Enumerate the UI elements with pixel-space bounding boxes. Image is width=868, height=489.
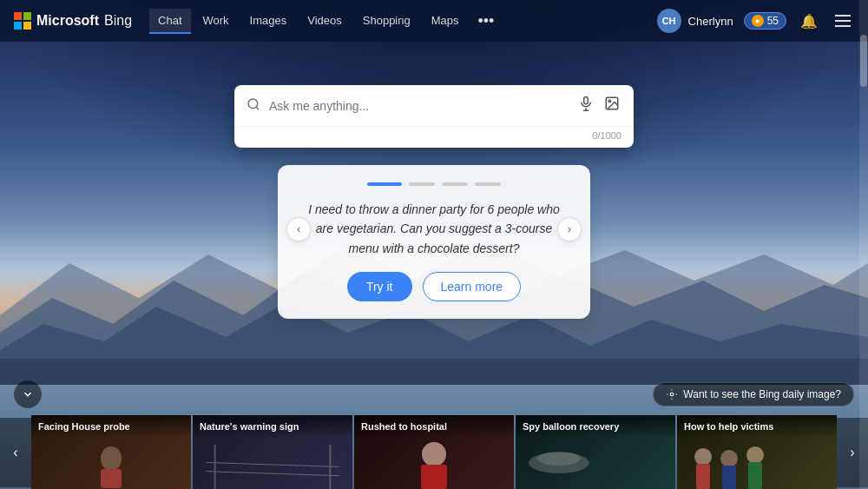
prompt-text: I need to throw a dinner party for 6 peo… (307, 200, 561, 258)
navbar: Microsoft Bing Chat Work Images Videos S… (0, 0, 868, 42)
news-card-title-1: Nature's warning sign (193, 415, 352, 438)
svg-rect-27 (748, 462, 762, 489)
nav-images[interactable]: Images (241, 9, 296, 34)
news-card-4[interactable]: How to help victims (677, 415, 837, 489)
svg-rect-23 (696, 464, 710, 489)
nav-maps[interactable]: Maps (423, 9, 468, 34)
prompt-prev-button[interactable]: ‹ (286, 217, 311, 241)
prompt-dots (299, 182, 569, 186)
news-card-title-0: Facing House probe (31, 415, 191, 438)
dot-1[interactable] (367, 182, 402, 186)
learn-more-button[interactable]: Learn more (423, 272, 522, 301)
news-prev-button[interactable]: ‹ (0, 418, 31, 487)
mic-button[interactable] (576, 94, 595, 117)
microsoft-text: Microsoft (36, 13, 99, 29)
svg-point-26 (746, 446, 764, 464)
nav-shopping[interactable]: Shopping (354, 9, 419, 34)
svg-line-15 (207, 472, 339, 476)
nav-links: Chat Work Images Videos Shopping Maps ••… (149, 9, 657, 34)
svg-line-5 (256, 107, 259, 109)
svg-line-14 (207, 462, 339, 466)
svg-rect-19 (421, 465, 447, 489)
svg-point-12 (101, 446, 122, 471)
svg-point-21 (537, 452, 581, 466)
user-info: CH Cherlynn (657, 9, 733, 33)
avatar[interactable]: CH (657, 9, 681, 33)
search-container: 0/1000 (234, 85, 634, 148)
reward-icon: ★ (752, 15, 764, 27)
nav-right: CH Cherlynn ★ 55 🔔 (657, 9, 854, 33)
dot-2[interactable] (409, 182, 435, 186)
news-card-3[interactable]: Spy balloon recovery (516, 415, 675, 489)
svg-point-24 (720, 450, 738, 467)
scroll-down-button[interactable] (14, 380, 42, 408)
nav-work[interactable]: Work (194, 9, 238, 34)
prompt-card-inner: ‹ I need to throw a dinner party for 6 p… (299, 200, 569, 258)
nav-more[interactable]: ••• (471, 9, 502, 34)
news-card-0[interactable]: Facing House probe (31, 415, 191, 489)
search-char-count: 0/1000 (234, 126, 634, 148)
prompt-buttons: Try it Learn more (299, 272, 569, 301)
prompt-next-button[interactable]: › (557, 217, 582, 241)
svg-point-10 (608, 100, 610, 102)
logo[interactable]: Microsoft Bing (14, 12, 132, 30)
search-top (234, 85, 634, 126)
svg-point-4 (248, 99, 258, 109)
reward-count: 55 (767, 15, 779, 27)
image-search-button[interactable] (602, 94, 621, 117)
bing-text: Bing (104, 13, 132, 29)
search-input[interactable] (269, 99, 568, 113)
dot-3[interactable] (442, 182, 468, 186)
svg-rect-25 (722, 466, 736, 489)
bottom-bar: Want to see the Bing daily image? (0, 373, 868, 415)
news-strip: ‹ Facing House probe Nature's warning si… (0, 415, 868, 489)
scrollbar[interactable] (859, 0, 868, 489)
svg-rect-13 (101, 469, 122, 488)
search-actions (576, 94, 621, 117)
hamburger-menu[interactable] (832, 11, 854, 30)
news-card-2[interactable]: Rushed to hospital (354, 415, 514, 489)
main-content: 0/1000 ‹ I need to throw a dinner party … (0, 42, 868, 319)
scrollbar-thumb[interactable] (860, 35, 867, 87)
news-cards: Facing House probe Nature's warning sign (31, 415, 837, 489)
news-card-1[interactable]: Nature's warning sign (193, 415, 352, 489)
reward-badge[interactable]: ★ 55 (744, 12, 786, 30)
user-name: Cherlynn (688, 15, 733, 28)
search-icon (247, 97, 260, 115)
nav-videos[interactable]: Videos (299, 9, 351, 34)
nav-chat[interactable]: Chat (149, 9, 190, 34)
notification-bell-icon[interactable]: 🔔 (797, 10, 821, 33)
daily-image-button[interactable]: Want to see the Bing daily image? (653, 382, 854, 406)
svg-rect-6 (584, 97, 589, 104)
prompt-card: ‹ I need to throw a dinner party for 6 p… (278, 165, 590, 319)
svg-point-22 (694, 448, 712, 466)
news-card-title-4: How to help victims (677, 415, 837, 438)
microsoft-logo-grid (14, 12, 31, 30)
dot-4[interactable] (475, 182, 501, 186)
svg-point-18 (422, 442, 446, 466)
bottom-section: Want to see the Bing daily image? ‹ Faci… (0, 373, 868, 489)
news-card-title-3: Spy balloon recovery (516, 415, 675, 438)
svg-point-11 (671, 393, 674, 396)
news-card-title-2: Rushed to hospital (354, 415, 514, 438)
try-it-button[interactable]: Try it (347, 272, 412, 301)
daily-image-label: Want to see the Bing daily image? (683, 388, 841, 400)
